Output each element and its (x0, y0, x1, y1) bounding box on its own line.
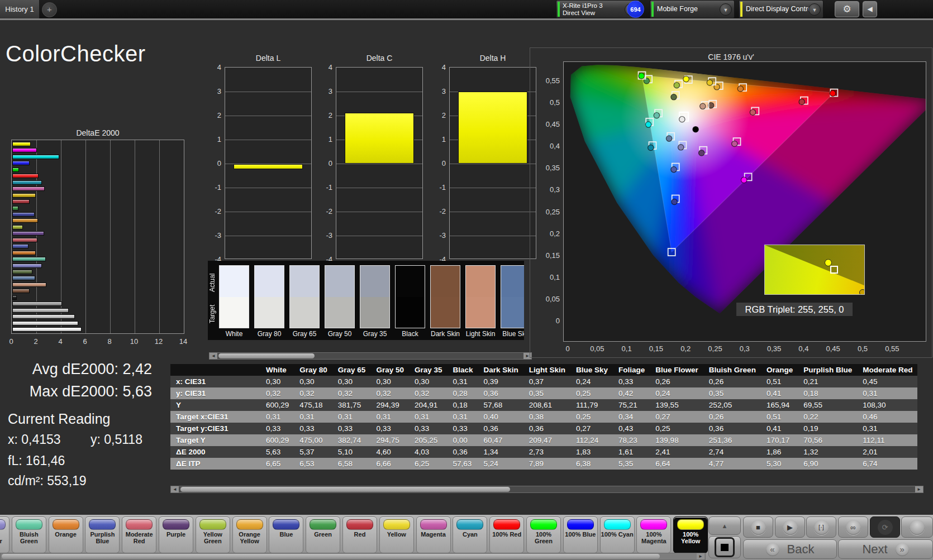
patch-button-yellow[interactable]: Yellow (379, 516, 414, 553)
table-cell: 0,32 (260, 387, 294, 399)
cie-measured-100-magenta (741, 177, 747, 183)
play-button[interactable]: ▶ (775, 516, 805, 538)
cie-measured-blue-flower (678, 145, 684, 150)
patch-button-100-yellow[interactable]: 100% Yellow (673, 516, 708, 553)
cie-y-tick: 0,15 (530, 251, 560, 260)
patch-swatch-label: Gray 50 (324, 330, 355, 338)
delta-chart-title: Delta L (225, 54, 312, 63)
de-bar-100-red (12, 174, 39, 178)
patch-window-button[interactable] (708, 536, 741, 558)
de-bar-100-blue (12, 161, 30, 165)
stop-button[interactable]: ■ (743, 516, 773, 538)
patch-button-100-magenta[interactable]: 100% Magenta (636, 516, 671, 553)
chevron-down-icon[interactable]: ▼ (720, 3, 732, 16)
patch-color-pill (310, 519, 336, 530)
cie-measured-yellow-green (674, 83, 679, 88)
patch-button-cyan[interactable]: Cyan (453, 516, 487, 553)
table-cell: 0,34 (613, 411, 650, 423)
delta-y-tick: 2 (432, 111, 446, 119)
patch-button-moderate-red[interactable]: Moderate Red (122, 516, 156, 553)
patch-color-pill (53, 519, 79, 530)
scrollbar-thumb[interactable] (180, 487, 510, 492)
row-label: Target Y (170, 434, 260, 446)
de-x-tick: 8 (103, 337, 116, 346)
scroll-right-icon[interactable]: ► (697, 553, 704, 559)
patch-button-red[interactable]: Red (342, 516, 377, 553)
patch-button-orange[interactable]: Orange (49, 516, 83, 553)
continuous-measure-button[interactable]: ∞ (838, 516, 868, 538)
patch-button-orange-yellow[interactable]: Orange Yellow (232, 516, 267, 553)
cie-measured-blue-sky (666, 136, 672, 141)
patch-button-purplish-blue[interactable]: Purplish Blue (85, 516, 120, 553)
cie-measured-cyan (648, 145, 654, 150)
next-button[interactable]: Next » (838, 539, 933, 559)
scroll-left-icon[interactable]: ◄ (171, 486, 179, 492)
patch-color-pill (126, 519, 153, 530)
table-cell: 0,32 (409, 387, 448, 399)
chevron-down-icon[interactable]: ▼ (808, 3, 821, 16)
patch-button-green[interactable]: Green (306, 516, 340, 553)
scroll-left-icon[interactable]: ◄ (210, 353, 217, 359)
delta-y-tick: -1 (319, 183, 332, 192)
delta-y-tick: -3 (319, 231, 332, 240)
loop-range-button[interactable]: [·] (806, 516, 836, 538)
patch-button-blue-flower[interactable]: Blue Flower (0, 516, 9, 553)
table-column-header: Gray 35 (409, 364, 448, 376)
patch-button-blue[interactable]: Blue (269, 516, 303, 553)
extra-transport-button[interactable] (901, 516, 933, 538)
patch-button-label: 100% Yellow (674, 531, 707, 544)
patch-strip-scrollbar[interactable]: ◄ ► (209, 352, 532, 360)
patch-list-up-button[interactable]: ▲ (708, 516, 741, 535)
delta-y-tick: 3 (208, 87, 221, 95)
patch-button-yellow-green[interactable]: Yellow Green (196, 516, 230, 553)
table-cell: 0,33 (294, 423, 332, 434)
table-scrollbar[interactable]: ◄ ► (170, 486, 924, 493)
patch-button-label: 100% Green (527, 531, 560, 544)
add-tab-button[interactable]: + (42, 2, 57, 17)
patch-button-purple[interactable]: Purple (159, 516, 193, 553)
table-cell: 0,31 (332, 411, 371, 423)
cie-title: CIE 1976 u'v' (530, 52, 932, 61)
table-cell: 0,36 (523, 423, 570, 434)
infinity-icon: ∞ (846, 520, 861, 535)
patch-button-magenta[interactable]: Magenta (416, 516, 451, 553)
table-cell: 204,91 (409, 399, 448, 411)
delta-chart-delta-h (449, 67, 536, 259)
delta-chart-title: Delta C (336, 54, 423, 63)
patch-button-100-green[interactable]: 100% Green (526, 516, 561, 553)
patch-swatch-label: Blue Sky (500, 330, 524, 338)
tab-history-1[interactable]: History 1 (0, 0, 40, 18)
patch-button-100-blue[interactable]: 100% Blue (563, 516, 598, 553)
scroll-right-icon[interactable]: ► (915, 486, 923, 492)
table-cell: 5,37 (294, 446, 332, 458)
delta-y-tick: -2 (208, 207, 221, 216)
next-chevron-icon: » (896, 543, 909, 556)
table-cell: 0,18 (447, 399, 478, 411)
table-cell: 0,36 (447, 446, 478, 458)
gear-icon[interactable]: ⚙ (835, 1, 859, 17)
patch-buttons-scrollbar[interactable]: ► (0, 553, 706, 560)
patch-button-label: Yellow (380, 531, 413, 538)
table-cell: 111,79 (570, 399, 613, 411)
de-bar-gray-65 (12, 314, 75, 319)
delta-y-tick: -2 (319, 207, 332, 216)
delta-y-tick: 2 (319, 111, 332, 119)
repeat-button[interactable]: ⟳ (870, 516, 900, 538)
patch-button-100-cyan[interactable]: 100% Cyan (600, 516, 635, 553)
scrollbar-thumb[interactable] (218, 353, 315, 358)
table-column-header: Foliage (613, 364, 650, 376)
patch-button-100-red[interactable]: 100% Red (489, 516, 524, 553)
cie-y-tick: 0,55 (530, 76, 560, 85)
patch-button-bluish-green[interactable]: Bluish Green (12, 516, 46, 553)
de-bar-foliage (12, 270, 32, 274)
control-dropdown[interactable]: Direct Display Control ▼ (739, 0, 823, 18)
table-cell: 0,22 (798, 411, 857, 423)
back-button[interactable]: « Back (743, 539, 837, 559)
source-dropdown[interactable]: Mobile Forge ▼ (650, 0, 735, 18)
collapse-panel-button[interactable]: ◀ (863, 1, 877, 17)
de-bar-100-green (12, 167, 19, 172)
table-cell: 0,26 (703, 376, 761, 387)
table-cell: 6,53 (294, 458, 332, 470)
patch-swatch-gray-35 (360, 265, 390, 328)
scrollbar-thumb[interactable] (2, 554, 660, 559)
